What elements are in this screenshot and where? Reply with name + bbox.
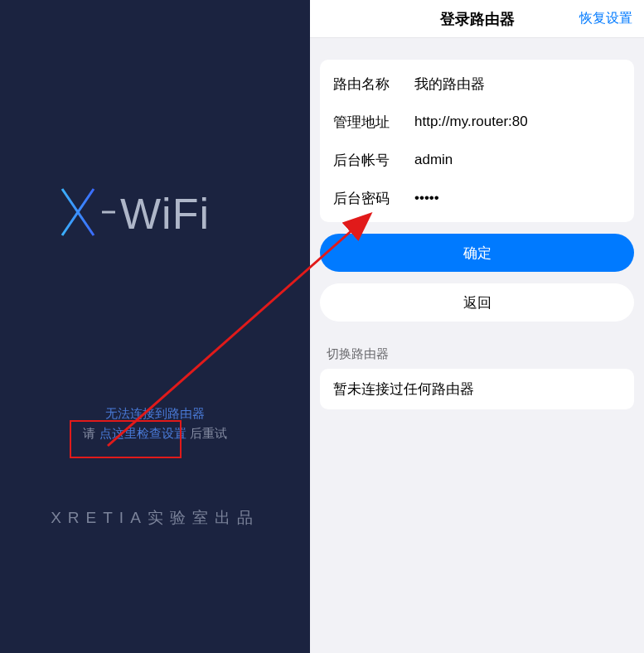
error-suffix: 后重试 <box>186 426 227 440</box>
check-settings-link[interactable]: 点这里检查设置 <box>99 426 186 440</box>
back-button[interactable]: 返回 <box>320 283 634 322</box>
field-label: 路由名称 <box>333 75 414 94</box>
connection-error: 无法连接到路由器 请 点这里检查设置 后重试 <box>0 404 310 443</box>
navbar: 登录路由器 恢复设置 <box>310 0 644 38</box>
login-pane: 登录路由器 恢复设置 路由名称 我的路由器 管理地址 http://my.rou… <box>310 0 644 653</box>
error-hint: 请 点这里检查设置 后重试 <box>0 423 310 443</box>
field-row-url[interactable]: 管理地址 http://my.router:80 <box>333 103 621 141</box>
svg-text:WiFi: WiFi <box>120 190 210 238</box>
field-row-user[interactable]: 后台帐号 admin <box>333 141 621 179</box>
app-logo: WiFi <box>0 182 310 245</box>
switch-router-header: 切换路由器 <box>320 346 634 369</box>
field-label: 后台帐号 <box>333 151 414 170</box>
field-row-name[interactable]: 路由名称 我的路由器 <box>333 65 621 103</box>
router-info-card: 路由名称 我的路由器 管理地址 http://my.router:80 后台帐号… <box>320 60 634 222</box>
field-value: admin <box>414 152 621 168</box>
confirm-button[interactable]: 确定 <box>320 234 634 272</box>
brand-footer: XRETIA实验室出品 <box>0 507 310 529</box>
error-prefix: 请 <box>83 426 99 440</box>
page-title: 登录路由器 <box>440 9 515 29</box>
field-value: 我的路由器 <box>414 75 621 94</box>
restore-settings-link[interactable]: 恢复设置 <box>579 10 632 27</box>
field-row-pass[interactable]: 后台密码 ••••• <box>333 179 621 217</box>
field-label: 后台密码 <box>333 189 414 208</box>
splash-pane: WiFi 无法连接到路由器 请 点这里检查设置 后重试 XRETIA实验室出品 <box>0 0 310 653</box>
field-value: ••••• <box>414 190 621 206</box>
field-label: 管理地址 <box>333 113 414 132</box>
router-history-empty: 暂未连接过任何路由器 <box>320 369 634 409</box>
error-title: 无法连接到路由器 <box>0 404 310 423</box>
field-value: http://my.router:80 <box>414 114 621 130</box>
